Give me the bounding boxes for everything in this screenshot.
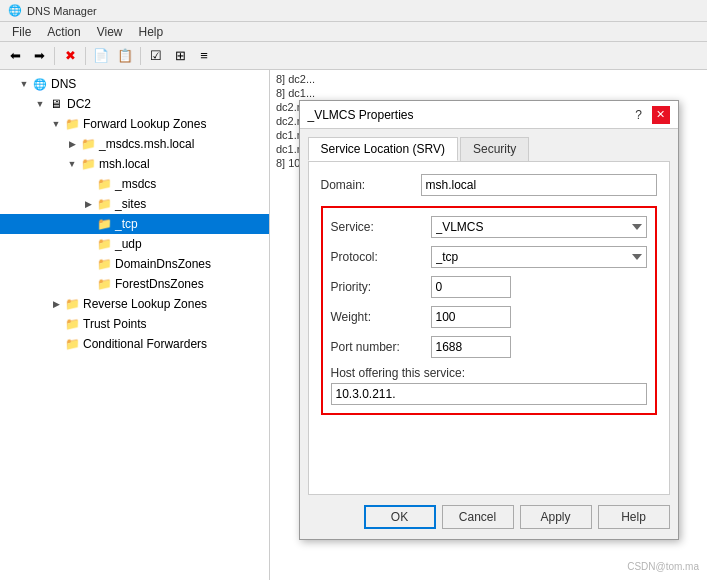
dialog-title-controls: ? ✕ bbox=[630, 106, 670, 124]
host-section: Host offering this service: bbox=[331, 366, 647, 405]
toggle-dns[interactable]: ▼ bbox=[16, 76, 32, 92]
priority-input[interactable] bbox=[431, 276, 511, 298]
tree-item-dc2[interactable]: ▼ 🖥 DC2 bbox=[0, 94, 269, 114]
menu-file[interactable]: File bbox=[4, 23, 39, 41]
port-input[interactable] bbox=[431, 336, 511, 358]
toolbar-back[interactable]: ⬅ bbox=[4, 45, 26, 67]
tree-label-condforward: Conditional Forwarders bbox=[83, 337, 207, 351]
forestdns-icon bbox=[96, 276, 112, 292]
tree-item-trust[interactable]: Trust Points bbox=[0, 314, 269, 334]
tree-item-forward-lookup[interactable]: ▼ Forward Lookup Zones bbox=[0, 114, 269, 134]
menu-action[interactable]: Action bbox=[39, 23, 88, 41]
toolbar-stop[interactable]: ✖ bbox=[59, 45, 81, 67]
tree-item-condforward[interactable]: Conditional Forwarders bbox=[0, 334, 269, 354]
tree-item-reverse[interactable]: ▶ Reverse Lookup Zones bbox=[0, 294, 269, 314]
domain-input[interactable] bbox=[421, 174, 657, 196]
toolbar-sep3 bbox=[140, 47, 141, 65]
toolbar-sep2 bbox=[85, 47, 86, 65]
msdcs-icon bbox=[80, 136, 96, 152]
toggle-msdcs[interactable]: ▶ bbox=[64, 136, 80, 152]
tree-item-mshlocal[interactable]: ▼ msh.local bbox=[0, 154, 269, 174]
tree-item-sites[interactable]: ▶ _sites bbox=[0, 194, 269, 214]
tcp-icon bbox=[96, 216, 112, 232]
tree-label-tcp: _tcp bbox=[115, 217, 138, 231]
dialog-overlay: _VLMCS Properties ? ✕ Service Location (… bbox=[270, 70, 707, 580]
toolbar-forward[interactable]: ➡ bbox=[28, 45, 50, 67]
toggle-reverse[interactable]: ▶ bbox=[48, 296, 64, 312]
tree-label-msdcs: _msdcs.msh.local bbox=[99, 137, 194, 151]
dialog-title: _VLMCS Properties bbox=[308, 108, 414, 122]
toolbar-view1[interactable]: ☑ bbox=[145, 45, 167, 67]
apply-button[interactable]: Apply bbox=[520, 505, 592, 529]
priority-label: Priority: bbox=[331, 280, 431, 294]
tree-item-tcp[interactable]: _tcp bbox=[0, 214, 269, 234]
service-row: Service: _VLMCS bbox=[331, 216, 647, 238]
tree-label-trust: Trust Points bbox=[83, 317, 147, 331]
tree-label-udp: _udp bbox=[115, 237, 142, 251]
dc2-icon: 🖥 bbox=[48, 96, 64, 112]
host-input[interactable] bbox=[331, 383, 647, 405]
cancel-button[interactable]: Cancel bbox=[442, 505, 514, 529]
menu-view[interactable]: View bbox=[89, 23, 131, 41]
tree-label-forward: Forward Lookup Zones bbox=[83, 117, 206, 131]
weight-row: Weight: bbox=[331, 306, 647, 328]
tree-item-udp[interactable]: _udp bbox=[0, 234, 269, 254]
tree-item-forestdns[interactable]: ForestDnsZones bbox=[0, 274, 269, 294]
toolbar-new2[interactable]: 📋 bbox=[114, 45, 136, 67]
domain-row: Domain: bbox=[321, 174, 657, 196]
priority-row: Priority: bbox=[331, 276, 647, 298]
port-label: Port number: bbox=[331, 340, 431, 354]
domaindns-icon bbox=[96, 256, 112, 272]
host-label: Host offering this service: bbox=[331, 366, 647, 380]
weight-input[interactable] bbox=[431, 306, 511, 328]
tab-security[interactable]: Security bbox=[460, 137, 529, 161]
toolbar-sep1 bbox=[54, 47, 55, 65]
toggle-dc2[interactable]: ▼ bbox=[32, 96, 48, 112]
toggle-udp bbox=[80, 236, 96, 252]
title-bar: 🌐 DNS Manager bbox=[0, 0, 707, 22]
domain-label: Domain: bbox=[321, 178, 421, 192]
menu-bar: File Action View Help bbox=[0, 22, 707, 42]
service-select[interactable]: _VLMCS bbox=[431, 216, 647, 238]
msdcs2-icon bbox=[96, 176, 112, 192]
tree-label-reverse: Reverse Lookup Zones bbox=[83, 297, 207, 311]
trust-icon bbox=[64, 316, 80, 332]
tree-item-domaindns[interactable]: DomainDnsZones bbox=[0, 254, 269, 274]
weight-label: Weight: bbox=[331, 310, 431, 324]
dialog-form-content: Domain: Service: _VLMCS bbox=[308, 161, 670, 495]
tab-srv[interactable]: Service Location (SRV) bbox=[308, 137, 459, 161]
toggle-mshlocal[interactable]: ▼ bbox=[64, 156, 80, 172]
tree-item-msdcs[interactable]: ▶ _msdcs.msh.local bbox=[0, 134, 269, 154]
dialog-title-bar: _VLMCS Properties ? ✕ bbox=[300, 101, 678, 129]
toggle-condforward bbox=[48, 336, 64, 352]
toggle-domaindns bbox=[80, 256, 96, 272]
ok-button[interactable]: OK bbox=[364, 505, 436, 529]
help-button[interactable]: Help bbox=[598, 505, 670, 529]
menu-help[interactable]: Help bbox=[131, 23, 172, 41]
toggle-msdcs2 bbox=[80, 176, 96, 192]
tree-label-mshlocal: msh.local bbox=[99, 157, 150, 171]
port-row: Port number: bbox=[331, 336, 647, 358]
tree-label-domaindns: DomainDnsZones bbox=[115, 257, 211, 271]
tree-label-sites: _sites bbox=[115, 197, 146, 211]
tree-item-dns[interactable]: ▼ DNS bbox=[0, 74, 269, 94]
dialog-footer: OK Cancel Apply Help bbox=[300, 495, 678, 539]
vlmcs-properties-dialog: _VLMCS Properties ? ✕ Service Location (… bbox=[299, 100, 679, 540]
toggle-sites[interactable]: ▶ bbox=[80, 196, 96, 212]
toggle-forward[interactable]: ▼ bbox=[48, 116, 64, 132]
tree-label-forestdns: ForestDnsZones bbox=[115, 277, 204, 291]
dialog-close-btn[interactable]: ✕ bbox=[652, 106, 670, 124]
protocol-row: Protocol: _tcp bbox=[331, 246, 647, 268]
dialog-tabs: Service Location (SRV) Security bbox=[300, 129, 678, 161]
toolbar-view3[interactable]: ≡ bbox=[193, 45, 215, 67]
protocol-select[interactable]: _tcp bbox=[431, 246, 647, 268]
service-label: Service: bbox=[331, 220, 431, 234]
toolbar-view2[interactable]: ⊞ bbox=[169, 45, 191, 67]
highlight-box: Service: _VLMCS Protocol: _tcp bbox=[321, 206, 657, 415]
toolbar-new1[interactable]: 📄 bbox=[90, 45, 112, 67]
tree-item-msdcs2[interactable]: _msdcs bbox=[0, 174, 269, 194]
sidebar: ▼ DNS ▼ 🖥 DC2 ▼ Forward Lookup Zones bbox=[0, 70, 270, 580]
dialog-help-btn[interactable]: ? bbox=[630, 106, 648, 124]
main-area: ▼ DNS ▼ 🖥 DC2 ▼ Forward Lookup Zones bbox=[0, 70, 707, 580]
protocol-label: Protocol: bbox=[331, 250, 431, 264]
